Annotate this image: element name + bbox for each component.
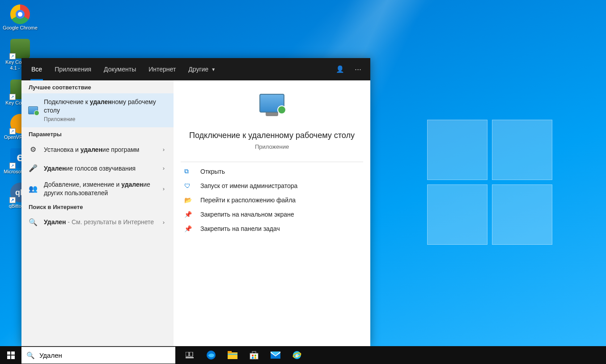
chevron-right-icon: › <box>160 165 167 172</box>
result-rdp[interactable]: Подключение к удаленному рабочему столу … <box>21 93 174 127</box>
tab-other[interactable]: Другие▼ <box>182 58 222 80</box>
rdp-icon-large <box>258 94 286 122</box>
desktop-icon-chrome[interactable]: Google Chrome <box>2 4 38 31</box>
result-remove-voices[interactable]: 🎤 Удаление голосов озвучивания › <box>21 159 174 178</box>
mail-icon <box>271 351 280 359</box>
svg-rect-7 <box>250 353 258 359</box>
svg-rect-9 <box>254 355 256 356</box>
search-input[interactable] <box>39 351 175 359</box>
svg-rect-5 <box>228 351 232 353</box>
result-uninstall-programs[interactable]: ⚙ Установка и удаление программ › <box>21 140 174 159</box>
tab-apps[interactable]: Приложения <box>48 58 97 80</box>
tab-internet[interactable]: Интернет <box>142 58 182 80</box>
svg-rect-6 <box>228 354 237 355</box>
svg-rect-8 <box>252 355 254 356</box>
edge-icon <box>206 350 216 360</box>
folder-icon: 📂 <box>184 197 194 204</box>
shortcut-arrow-icon: ↗ <box>9 53 16 59</box>
search-panel-header: Все Приложения Документы Интернет Другие… <box>21 58 370 80</box>
taskbar-search[interactable]: 🔍 <box>21 347 175 364</box>
chevron-right-icon: › <box>160 185 167 192</box>
search-panel: Все Приложения Документы Интернет Другие… <box>21 58 370 346</box>
more-icon[interactable]: ⋯ <box>349 60 367 78</box>
shortcut-arrow-icon: ↗ <box>9 128 16 134</box>
section-best-match: Лучшее соответствие <box>21 80 174 93</box>
action-open[interactable]: ⧉ Открыть <box>174 164 370 179</box>
taskbar-store[interactable] <box>243 346 265 364</box>
section-settings: Параметры <box>21 127 174 140</box>
chevron-right-icon: › <box>160 219 167 226</box>
rdp-icon <box>28 105 38 116</box>
section-web: Поиск в Интернете <box>21 200 174 213</box>
svg-rect-0 <box>186 352 189 356</box>
tab-all[interactable]: Все <box>25 58 48 80</box>
search-icon: 🔍 <box>28 217 38 228</box>
pin-icon: 📌 <box>184 211 194 218</box>
shortcut-arrow-icon: ↗ <box>9 94 16 100</box>
store-icon <box>250 351 259 360</box>
result-manage-users[interactable]: 👥 Добавление, изменение и удаление други… <box>21 178 174 200</box>
tab-documents[interactable]: Документы <box>97 58 142 80</box>
open-icon: ⧉ <box>184 167 194 175</box>
windows-icon <box>7 351 15 359</box>
windows-logo-wallpaper <box>427 120 552 245</box>
action-pin-start[interactable]: 📌 Закрепить на начальном экране <box>174 207 370 222</box>
ie-icon: e <box>292 350 302 360</box>
shortcut-arrow-icon: ↗ <box>9 197 16 203</box>
shortcut-arrow-icon: ↗ <box>9 163 16 169</box>
shield-icon: 🛡 <box>184 182 194 189</box>
svg-rect-11 <box>254 357 256 359</box>
preview-subtitle: Приложение <box>182 143 361 150</box>
search-preview-pane: Подключение к удаленному рабочему столу … <box>174 80 370 346</box>
gear-icon: ⚙ <box>28 144 38 155</box>
search-results-list: Лучшее соответствие Подключение к удален… <box>21 80 174 346</box>
feedback-icon[interactable]: 👤 <box>331 60 349 78</box>
preview-title: Подключение к удаленному рабочему столу <box>182 130 361 141</box>
taskbar-ie[interactable]: e <box>286 346 308 364</box>
action-pin-taskbar[interactable]: 📌 Закрепить на панели задач <box>174 222 370 236</box>
svg-rect-1 <box>190 352 193 356</box>
pin-icon: 📌 <box>184 225 194 232</box>
svg-rect-2 <box>186 357 194 358</box>
action-open-file-location[interactable]: 📂 Перейти к расположению файла <box>174 193 370 207</box>
taskbar: 🔍 e <box>0 346 606 364</box>
taskbar-edge[interactable] <box>200 346 222 364</box>
microphone-icon: 🎤 <box>28 163 38 174</box>
taskbar-explorer[interactable] <box>222 346 243 364</box>
start-button[interactable] <box>0 346 21 364</box>
task-view-icon <box>186 352 194 358</box>
users-icon: 👥 <box>28 184 38 194</box>
result-web-search[interactable]: 🔍 Удален - См. результаты в Интернете › <box>21 213 174 232</box>
svg-text:e: e <box>295 352 298 359</box>
chevron-down-icon: ▼ <box>211 67 216 72</box>
chrome-icon <box>10 4 30 24</box>
folder-icon <box>228 351 237 359</box>
svg-rect-10 <box>252 357 254 359</box>
app-icon: ↗ <box>10 39 30 59</box>
svg-rect-4 <box>228 352 237 359</box>
search-icon: 🔍 <box>21 351 39 360</box>
task-view-button[interactable] <box>179 346 200 364</box>
chevron-right-icon: › <box>160 146 167 153</box>
action-run-as-admin[interactable]: 🛡 Запуск от имени администратора <box>174 179 370 193</box>
taskbar-mail[interactable] <box>265 346 286 364</box>
divider <box>181 162 363 162</box>
